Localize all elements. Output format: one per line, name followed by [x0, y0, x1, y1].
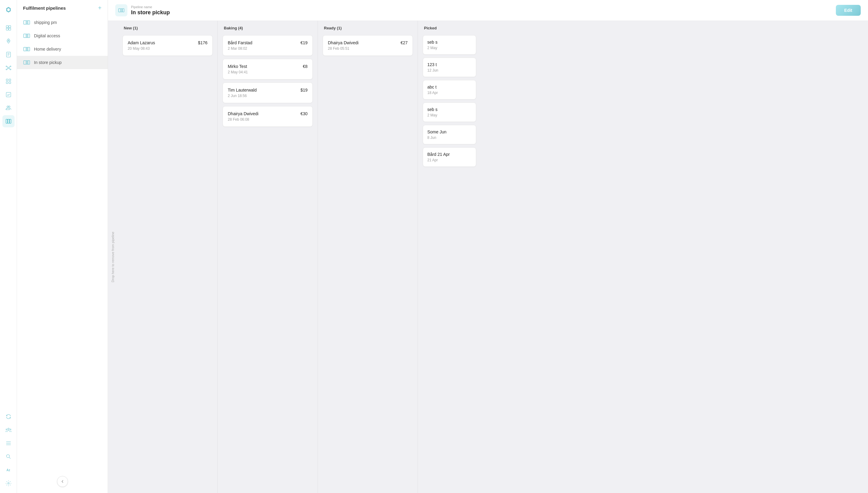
svg-rect-41 [26, 21, 27, 24]
column-new: New (1) Adam Lazarus 20 May 08:43 $176 [118, 21, 218, 493]
svg-rect-7 [6, 52, 10, 57]
sidebar: Fulfilment pipelines + shipping pm Digit… [17, 0, 108, 493]
edit-button[interactable]: Edit [836, 5, 861, 16]
card-date: 2 Mar 08:02 [228, 46, 252, 51]
svg-rect-4 [6, 28, 8, 30]
card-dhairya-dwivedi-ready[interactable]: Dhairya Dwivedi 28 Feb 05:51 €27 [323, 35, 413, 56]
svg-rect-2 [6, 26, 8, 28]
card-date: 2 May 04:41 [228, 70, 248, 74]
nav-search-icon[interactable] [2, 451, 15, 463]
sidebar-header: Fulfilment pipelines + [17, 5, 108, 16]
card-amount: €19 [300, 40, 308, 45]
svg-rect-22 [6, 82, 8, 84]
card-info: Mirko Test 2 May 04:41 [228, 64, 248, 74]
svg-rect-42 [28, 21, 30, 24]
pipeline-name-label: Pipeline name [131, 5, 170, 9]
column-picked-header: Picked [423, 26, 476, 30]
card-name: Mirko Test [228, 64, 248, 69]
card-date: 28 Feb 05:51 [328, 46, 359, 51]
svg-rect-54 [123, 9, 124, 12]
nav-settings-icon[interactable] [2, 477, 15, 489]
pipeline-icon [23, 19, 30, 26]
card-dhairya-dwivedi-baking[interactable]: Dhairya Dwivedi 28 Feb 06:08 €30 [223, 106, 313, 127]
nav-grid-icon[interactable] [2, 75, 15, 87]
svg-point-25 [7, 106, 8, 107]
card-seb-s-2[interactable]: seb s 2 May [423, 103, 476, 122]
main-content: Pipeline name In store pickup Edit Drop … [108, 0, 868, 493]
svg-point-13 [10, 66, 11, 67]
sidebar-item-label: In store pickup [34, 60, 62, 65]
sidebar-item-digital-access[interactable]: Digital access [17, 29, 108, 42]
pipeline-icon [23, 45, 30, 53]
svg-rect-47 [26, 47, 27, 51]
nav-network-icon[interactable] [2, 62, 15, 74]
card-some-jun[interactable]: Some Jun 8 Jun [423, 125, 476, 144]
nav-list-icon[interactable] [2, 437, 15, 449]
svg-rect-46 [24, 47, 26, 51]
app-logo[interactable] [2, 4, 15, 16]
card-date: 12 Jun [427, 68, 472, 72]
nav-team-icon[interactable] [2, 424, 15, 436]
card-date: 28 Feb 06:08 [228, 117, 258, 122]
card-tim-lauterwald[interactable]: Tim Lauterwald 2 Jun 18:56 $19 [223, 83, 313, 103]
svg-rect-52 [119, 9, 121, 12]
svg-point-30 [7, 428, 9, 430]
nav-document-icon[interactable] [2, 48, 15, 61]
column-baking: Baking (4) Bård Farstad 2 Mar 08:02 €19 … [218, 21, 318, 493]
svg-point-15 [10, 69, 11, 70]
svg-rect-28 [7, 119, 9, 123]
pipeline-header: Pipeline name In store pickup Edit [108, 0, 868, 21]
collapse-sidebar-button[interactable] [57, 476, 68, 487]
svg-rect-40 [24, 21, 26, 24]
card-name: Bård Farstad [228, 40, 252, 45]
card-bard-farstad[interactable]: Bård Farstad 2 Mar 08:02 €19 [223, 35, 313, 56]
card-info: Adam Lazarus 20 May 08:43 [128, 40, 155, 51]
card-date: 20 May 08:43 [128, 46, 155, 51]
nav-pipeline-icon[interactable] [2, 115, 15, 127]
card-amount: €8 [303, 64, 308, 69]
column-baking-header: Baking (4) [223, 26, 313, 30]
svg-line-17 [9, 66, 10, 68]
nav-users-icon[interactable] [2, 102, 15, 114]
card-seb-s-1[interactable]: seb s 2 May [423, 35, 476, 55]
card-date: 2 May [427, 113, 472, 117]
nav-text-icon[interactable]: Az [2, 464, 15, 476]
nav-home-icon[interactable] [2, 22, 15, 34]
svg-point-32 [10, 429, 11, 430]
card-name: Some Jun [427, 129, 472, 134]
card-date: 18 Apr [427, 91, 472, 95]
nav-rocket-icon[interactable] [2, 35, 15, 47]
sidebar-item-shipping-pm[interactable]: shipping pm [17, 16, 108, 29]
nav-refresh-icon[interactable] [2, 410, 15, 423]
svg-rect-29 [9, 119, 11, 123]
pipeline-header-left: Pipeline name In store pickup [115, 4, 170, 16]
svg-point-12 [6, 66, 7, 67]
svg-rect-5 [8, 28, 10, 30]
card-date: 8 Jun [427, 135, 472, 140]
card-adam-lazarus[interactable]: Adam Lazarus 20 May 08:43 $176 [123, 35, 213, 56]
card-date: 2 May [427, 46, 472, 50]
card-mirko-test[interactable]: Mirko Test 2 May 04:41 €8 [223, 59, 313, 80]
card-info: Dhairya Dwivedi 28 Feb 05:51 [328, 40, 359, 51]
svg-rect-44 [26, 34, 27, 38]
column-new-header: New (1) [123, 26, 213, 30]
card-bard-21-apr[interactable]: Bård 21 Apr 21 Apr [423, 147, 476, 167]
sidebar-item-in-store-pickup[interactable]: In store pickup [17, 56, 108, 69]
card-amount: $176 [198, 40, 208, 45]
svg-rect-20 [6, 79, 8, 81]
svg-point-36 [6, 454, 9, 457]
card-name: seb s [427, 107, 472, 112]
card-date: 21 Apr [427, 158, 472, 162]
card-amount: €30 [300, 111, 308, 116]
card-123-t[interactable]: 123 t 12 Jun [423, 58, 476, 77]
svg-point-14 [6, 69, 7, 70]
card-abc-t[interactable]: abc t 18 Apr [423, 80, 476, 100]
sidebar-item-label: Home delivery [34, 47, 61, 51]
svg-point-26 [8, 106, 10, 107]
drop-zone-label: Drop here to remove from pipeline [111, 232, 115, 282]
nav-chart-icon[interactable] [2, 88, 15, 101]
sidebar-item-home-delivery[interactable]: Home delivery [17, 42, 108, 56]
add-pipeline-button[interactable]: + [98, 5, 102, 11]
card-name: 123 t [427, 62, 472, 67]
drop-zone[interactable]: Drop here to remove from pipeline [108, 21, 118, 493]
